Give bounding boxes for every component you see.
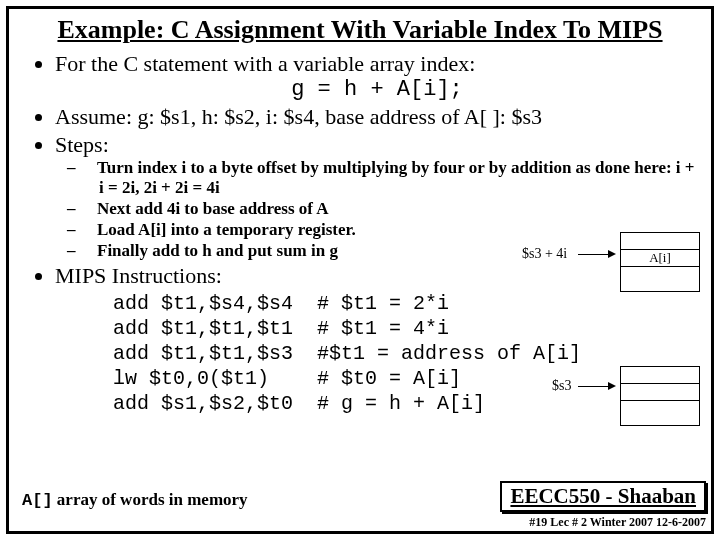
ptr-label-bottom: $s3 bbox=[552, 378, 571, 394]
footer-note-rest: array of words in memory bbox=[53, 490, 248, 509]
memory-diagram-top: $s3 + 4i A[i] bbox=[522, 232, 702, 292]
step-2: –Next add 4i to base address of A bbox=[83, 199, 699, 219]
c-statement: g = h + A[i]; bbox=[55, 77, 699, 102]
step-1-text: Turn index i to a byte offset by multipl… bbox=[97, 158, 695, 197]
memory-diagram-bottom: $s3 bbox=[552, 366, 702, 426]
mips-comment-1: # $t1 = 4*i bbox=[317, 317, 449, 340]
step-4-text: Finally add to h and put sum in g bbox=[97, 241, 338, 260]
mem-cell-0 bbox=[620, 232, 700, 250]
mem-cell-ai: A[i] bbox=[620, 249, 700, 267]
ptr-label-top: $s3 + 4i bbox=[522, 246, 567, 262]
footer-array-note: A[] array of words in memory bbox=[22, 490, 248, 510]
steps-label: Steps: bbox=[55, 132, 109, 157]
mips-instr-1: add $t1,$t1,$t1 bbox=[113, 317, 293, 340]
arrow-line-bottom bbox=[578, 386, 608, 387]
footer-course: EECC550 - Shaaban bbox=[500, 481, 706, 512]
arrow-head-icon bbox=[608, 250, 616, 258]
mips-comment-3: # $t0 = A[i] bbox=[317, 367, 461, 390]
intro-text: For the C statement with a variable arra… bbox=[55, 51, 475, 76]
mips-instr-3: lw $t0,0($t1) bbox=[113, 367, 269, 390]
arrow-line-top bbox=[578, 254, 608, 255]
mips-label: MIPS Instructions: bbox=[55, 263, 222, 288]
mips-comment-col: # $t1 = 2*i # $t1 = 4*i #$t1 = address o… bbox=[317, 291, 581, 416]
mem-cell-b2 bbox=[620, 400, 700, 426]
step-2-text: Next add 4i to base address of A bbox=[97, 199, 329, 218]
mips-instr-0: add $t1,$s4,$s4 bbox=[113, 292, 293, 315]
step-1: –Turn index i to a byte offset by multip… bbox=[83, 158, 699, 198]
mips-instr-2: add $t1,$t1,$s3 bbox=[113, 342, 293, 365]
slide-title: Example: C Assignment With Variable Inde… bbox=[21, 15, 699, 45]
footer-meta: #19 Lec # 2 Winter 2007 12-6-2007 bbox=[529, 515, 706, 530]
mips-comment-2: #$t1 = address of A[i] bbox=[317, 342, 581, 365]
mips-comment-0: # $t1 = 2*i bbox=[317, 292, 449, 315]
step-3-text: Load A[i] into a temporary register. bbox=[97, 220, 356, 239]
mem-cell-b1 bbox=[620, 383, 700, 401]
bullet-assume: Assume: g: $s1, h: $s2, i: $s4, base add… bbox=[55, 104, 699, 130]
arrow-head-icon-2 bbox=[608, 382, 616, 390]
mips-instr-4: add $s1,$s2,$t0 bbox=[113, 392, 293, 415]
mem-cell-b0 bbox=[620, 366, 700, 384]
footer-note-code: A[] bbox=[22, 491, 53, 510]
mips-instr-col: add $t1,$s4,$s4 add $t1,$t1,$t1 add $t1,… bbox=[113, 291, 293, 416]
mips-comment-4: # g = h + A[i] bbox=[317, 392, 485, 415]
bullet-intro: For the C statement with a variable arra… bbox=[55, 51, 699, 102]
mem-cell-2 bbox=[620, 266, 700, 292]
